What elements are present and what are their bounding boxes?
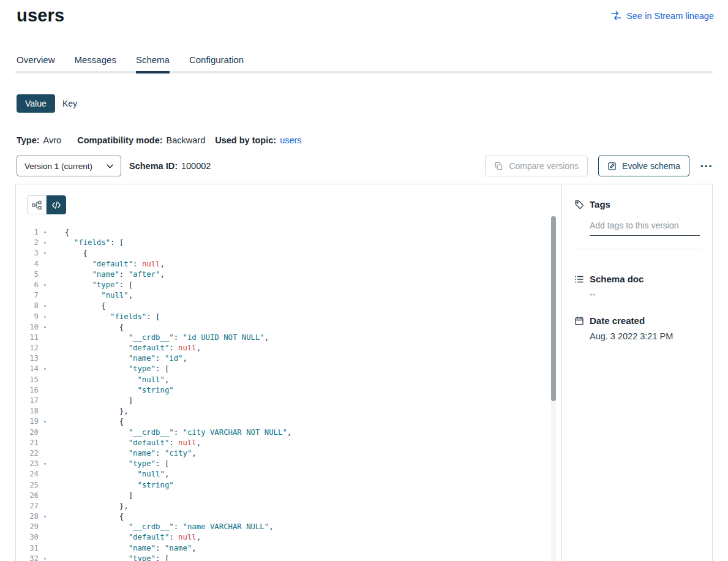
code-text: "type": [ — [51, 364, 169, 374]
collapse-arrow[interactable]: ▾ — [39, 459, 51, 469]
schema-id: Schema ID: 100002 — [129, 156, 211, 176]
collapse-arrow[interactable]: ▾ — [39, 227, 51, 238]
stream-lineage-icon — [611, 10, 621, 21]
gutter-spacer — [39, 353, 51, 364]
schema-doc-title: Schema doc — [590, 274, 644, 284]
code-line: 20 "__crdb__": "city VARCHAR NOT NULL", — [16, 427, 547, 438]
collapse-arrow[interactable]: ▾ — [39, 312, 51, 322]
line-number: 30 — [16, 532, 39, 543]
tree-view-icon — [32, 200, 42, 210]
line-number: 12 — [16, 343, 39, 353]
used-by-topic-label: Used by topic: — [215, 135, 276, 145]
key-toggle-button[interactable]: Key — [62, 94, 77, 113]
line-number: 10 — [16, 322, 39, 333]
code-line: 10▾ { — [16, 322, 547, 333]
code-text: ] — [51, 491, 133, 501]
code-text: { — [51, 227, 69, 238]
scrollbar[interactable] — [551, 216, 556, 561]
edit-icon — [607, 162, 617, 171]
toolbar-actions: Compare versions Evolve schema ⋯ — [485, 156, 713, 176]
gutter-spacer — [39, 385, 51, 396]
code-view-icon — [51, 200, 61, 210]
collapse-arrow[interactable]: ▾ — [39, 238, 51, 248]
code-text: }, — [51, 501, 129, 511]
collapse-arrow[interactable]: ▾ — [39, 364, 51, 374]
gutter-spacer — [39, 501, 51, 511]
gutter-spacer — [39, 532, 51, 543]
compare-versions-button[interactable]: Compare versions — [485, 156, 588, 176]
tab-messages[interactable]: Messages — [75, 55, 116, 73]
collapse-arrow[interactable]: ▾ — [39, 416, 51, 427]
collapse-arrow[interactable]: ▾ — [39, 280, 51, 290]
line-number: 2 — [16, 238, 39, 248]
code-text: "fields": [ — [51, 238, 124, 248]
code-line: 26 ] — [16, 491, 547, 501]
tree-view-button[interactable] — [27, 195, 47, 214]
line-number: 17 — [16, 396, 39, 406]
schema-editor: 1▾{2▾ "fields": [3▾ {4 "default": null,5… — [16, 184, 562, 561]
gutter-spacer — [39, 259, 51, 269]
collapse-arrow[interactable]: ▾ — [39, 322, 51, 333]
code-text: "__crdb__": "city VARCHAR NOT NULL", — [51, 427, 291, 438]
line-number: 5 — [16, 269, 39, 280]
code-line: 19▾ { — [16, 416, 547, 427]
date-created-icon — [574, 316, 584, 326]
code-line: 14▾ "type": [ — [16, 364, 547, 374]
code-text: { — [51, 322, 124, 333]
code-text: "name": "id", — [51, 353, 187, 364]
gutter-spacer — [39, 438, 51, 448]
line-number: 14 — [16, 364, 39, 374]
editor-view-toggle — [27, 195, 66, 214]
line-number: 22 — [16, 448, 39, 459]
tab-overview[interactable]: Overview — [17, 55, 55, 73]
collapse-arrow[interactable]: ▾ — [39, 301, 51, 311]
code-text: { — [51, 511, 124, 522]
code-text: "default": null, — [51, 438, 201, 448]
stream-lineage-link[interactable]: See in Stream lineage — [611, 10, 714, 21]
evolve-schema-button[interactable]: Evolve schema — [598, 156, 689, 176]
code-line: 32▾ "type": [ — [16, 554, 547, 561]
code-line: 16 "string" — [16, 385, 547, 396]
gutter-spacer — [39, 269, 51, 280]
code-line: 6▾ "type": [ — [16, 280, 547, 290]
more-options-button[interactable]: ⋯ — [700, 156, 713, 176]
code-line: 23▾ "type": [ — [16, 459, 547, 469]
value-toggle-button[interactable]: Value — [17, 94, 55, 113]
gutter-spacer — [39, 375, 51, 385]
code-text: "__crdb__": "name VARCHAR NULL", — [51, 522, 274, 532]
line-number: 27 — [16, 501, 39, 511]
version-select[interactable]: Version 1 (current) — [17, 156, 121, 176]
code-text: "__crdb__": "id UUID NOT NULL", — [51, 333, 269, 343]
code-line: 30 "default": null, — [16, 532, 547, 543]
code-line: 22 "name": "city", — [16, 448, 547, 459]
tags-input[interactable] — [590, 218, 700, 236]
code-line: 7 "null", — [16, 290, 547, 301]
code-text: "name": "name", — [51, 543, 197, 554]
code-text: "type": [ — [51, 554, 169, 561]
code-text: "name": "city", — [51, 448, 197, 459]
code-text: "name": "after", — [51, 269, 165, 280]
line-number: 4 — [16, 259, 39, 269]
line-number: 15 — [16, 375, 39, 385]
gutter-spacer — [39, 427, 51, 438]
gutter-spacer — [39, 290, 51, 301]
collapse-arrow[interactable]: ▾ — [39, 554, 51, 561]
scrollbar-thumb[interactable] — [551, 216, 556, 401]
code-line: 25 "string" — [16, 480, 547, 491]
code-view-button[interactable] — [47, 195, 66, 214]
line-number: 25 — [16, 480, 39, 491]
line-number: 19 — [16, 416, 39, 427]
code-line: 1▾{ — [16, 227, 547, 238]
collapse-arrow[interactable]: ▾ — [39, 248, 51, 258]
topic-link[interactable]: users — [280, 135, 301, 145]
tab-schema[interactable]: Schema — [136, 55, 170, 73]
tab-configuration[interactable]: Configuration — [189, 55, 244, 73]
collapse-arrow[interactable]: ▾ — [39, 511, 51, 522]
code-line: 12 "default": null, — [16, 343, 547, 353]
schema-panel: 1▾{2▾ "fields": [3▾ {4 "default": null,5… — [15, 184, 713, 561]
tags-header: Tags — [574, 199, 700, 209]
line-number: 20 — [16, 427, 39, 438]
line-number: 23 — [16, 459, 39, 469]
gutter-spacer — [39, 406, 51, 416]
tag-icon — [574, 200, 584, 209]
